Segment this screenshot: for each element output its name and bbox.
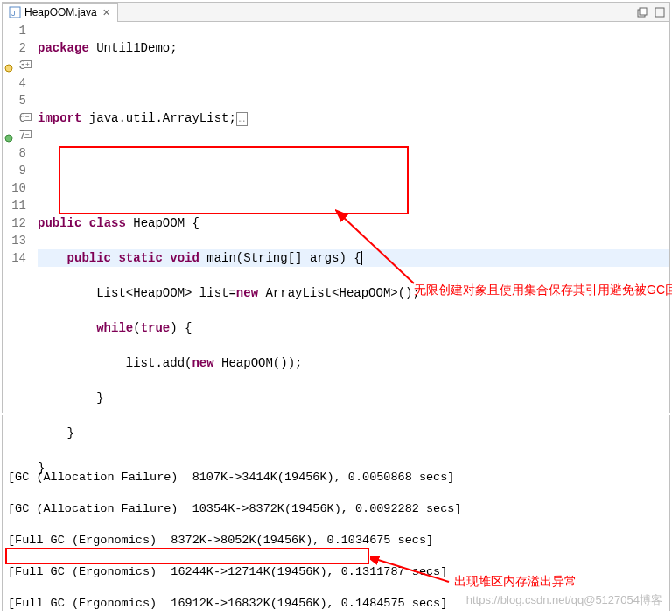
svg-rect-3 — [640, 8, 647, 15]
fold-icon[interactable]: − — [24, 130, 32, 138]
code-token: list.add( — [38, 356, 192, 370]
code-token: ) { — [170, 321, 192, 335]
code-token: HeapOOM { — [126, 216, 200, 230]
console-line: [GC (Allocation Failure) 10354K->8372K(1… — [8, 501, 664, 517]
code-token: main(String[] args) { — [200, 251, 361, 265]
console-output[interactable]: [GC (Allocation Failure) 8107K->3414K(19… — [3, 452, 669, 610]
line-number: 4 — [3, 74, 26, 92]
line-number: 11 — [3, 197, 26, 214]
run-marker-icon — [4, 130, 13, 139]
line-number: 6− — [3, 109, 26, 127]
watermark-text: https://blog.csdn.net/qq@5127054博客 — [466, 592, 662, 608]
highlight-box-console — [5, 548, 369, 564]
code-token: } — [38, 391, 104, 405]
line-number: 10 — [3, 179, 26, 197]
line-number: 8 — [3, 144, 26, 162]
fold-icon[interactable]: + — [24, 60, 32, 68]
code-token: while — [96, 321, 133, 335]
annotation-text: 出现堆区内存溢出异常 — [454, 573, 577, 589]
fold-icon[interactable]: − — [24, 113, 32, 121]
editor-pane: J HeapOOM.java ✕ 1 2 3+ 4 5 6− 7− 8 9 10… — [2, 2, 670, 413]
console-line: [GC (Allocation Failure) 8107K->3414K(19… — [8, 470, 664, 486]
line-number: 1 — [3, 22, 26, 39]
code-token: new — [236, 286, 258, 300]
line-number: 14 — [3, 249, 26, 267]
code-token: static — [111, 251, 163, 265]
java-file-icon: J — [9, 6, 21, 18]
code-token: Until1Demo; — [89, 41, 178, 55]
svg-point-6 — [5, 135, 12, 142]
restore-icon[interactable] — [636, 6, 648, 18]
code-token: import — [38, 111, 81, 125]
line-number: 5 — [3, 92, 26, 109]
code-token: true — [141, 321, 171, 335]
code-token: ( — [133, 321, 140, 335]
fold-indicator[interactable]: … — [236, 112, 248, 126]
line-number: 12 — [3, 214, 26, 232]
annotation-text: 无限创建对象且使用集合保存其引用避免被GC回收 — [414, 281, 659, 298]
svg-point-5 — [5, 65, 12, 72]
line-number: 13 — [3, 232, 26, 249]
code-token: java.util.ArrayList; — [81, 111, 235, 125]
console-line: [Full GC (Ergonomics) 8372K->8052K(19456… — [8, 533, 664, 549]
file-tab[interactable]: J HeapOOM.java ✕ — [3, 3, 118, 22]
line-number: 9 — [3, 162, 26, 179]
code-token: void — [163, 251, 200, 265]
code-token: } — [38, 426, 74, 440]
line-number: 7− — [3, 127, 26, 144]
file-tab-label: HeapOOM.java — [24, 6, 97, 18]
code-token: public — [38, 216, 81, 230]
code-token: public — [67, 251, 111, 265]
svg-rect-4 — [655, 8, 664, 17]
code-token: HeapOOM()); — [214, 356, 303, 370]
code-token: List<HeapOOM> list= — [38, 286, 236, 300]
code-token: new — [192, 356, 214, 370]
tab-bar-controls — [636, 6, 669, 18]
code-token: class — [81, 216, 125, 230]
warning-icon — [4, 60, 13, 69]
code-token: package — [38, 41, 89, 55]
line-number: 3+ — [3, 57, 26, 74]
text-cursor — [361, 251, 362, 265]
line-number: 2 — [3, 39, 26, 57]
code-token: ArrayList<HeapOOM>(); — [258, 286, 420, 300]
maximize-icon[interactable] — [654, 6, 666, 18]
svg-text:J: J — [11, 9, 16, 18]
close-icon[interactable]: ✕ — [101, 7, 112, 18]
editor-tab-bar: J HeapOOM.java ✕ — [3, 3, 669, 22]
